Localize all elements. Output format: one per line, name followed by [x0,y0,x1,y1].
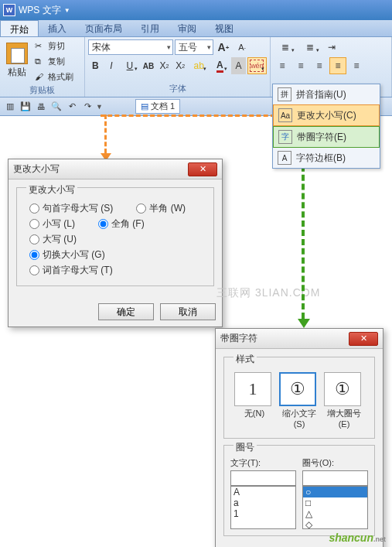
enclosed-icon: 字 [278,130,292,144]
font-name-combo[interactable]: 宋体 [88,39,173,55]
save-button[interactable]: 💾 [19,100,32,114]
justify-button[interactable]: ≡ [329,57,346,74]
ring-input[interactable] [302,470,368,486]
new-button[interactable]: ▥ [3,100,17,114]
fieldset-legend: 更改大小写 [26,183,77,197]
app-menu-dropdown-icon[interactable]: ▼ [64,7,70,14]
menu-change-case[interactable]: Aa 更改大小写(C) [273,104,380,126]
bold-button[interactable]: B [88,57,103,74]
font-size-combo[interactable]: 五号 [175,39,213,55]
menu-char-border[interactable]: A 字符边框(B) [273,148,380,168]
print-button[interactable]: 🖶 [34,100,48,114]
emphasis-button[interactable]: AB [141,57,156,74]
radio-uppercase[interactable]: 大写 (U) [29,233,77,246]
undo-button[interactable]: ↶ [65,100,79,114]
tab-review[interactable]: 审阅 [169,20,206,36]
close-button[interactable]: ✕ [188,162,217,176]
list-item[interactable]: ○ [303,487,367,497]
doc-name: 文档 1 [151,101,175,112]
style-none[interactable]: 1 无(N) [234,372,274,429]
align-left-button[interactable]: ≡ [274,57,291,74]
distribute-button[interactable]: ≡ [348,57,365,74]
ring-label: 圈号(O): [302,457,368,469]
font-group-label: 字体 [88,83,267,95]
grow-font-button[interactable]: A+ [215,39,232,56]
brush-icon: 🖌 [35,72,46,83]
list-item[interactable]: 1 [231,508,295,519]
radio-sentence-case[interactable]: 句首字母大写 (S) [29,202,113,215]
radio-lowercase[interactable]: 小写 (L) [29,217,75,231]
align-center-button[interactable]: ≡ [292,57,309,74]
tab-insert[interactable]: 插入 [39,20,76,36]
cut-icon: ✂ [35,41,46,52]
text-listbox[interactable]: A a 1 [230,486,296,529]
font-color-icon: A [216,60,223,73]
subscript-button[interactable]: X2 [173,57,188,74]
watermark-logo: shancun.net [329,532,386,544]
copy-icon: ⧉ [35,56,46,67]
cancel-button[interactable]: 取消 [160,303,216,320]
dialog-title: 带圈字符 [220,332,257,345]
ring-listbox[interactable]: ○ □ △ ◇ [302,486,368,529]
underline-button[interactable]: U [120,57,139,74]
doc-icon: ▤ [141,101,148,111]
font-group: 宋体 五号 A+ A- B I U AB X2 X2 ab A A wén 字体 [85,37,271,97]
text-label: 文字(T): [230,457,296,469]
copy-button[interactable]: ⧉复制 [32,54,76,69]
close-icon: ✕ [199,164,206,174]
radio-half-width[interactable]: 半角 (W) [136,202,186,215]
highlight-button[interactable]: ab [189,57,209,74]
preview-button[interactable]: 🔍 [49,100,63,114]
menu-enclosed-char[interactable]: 字 带圈字符(E) [273,126,380,148]
bullets-button[interactable]: ≣ [274,39,297,56]
numbering-icon: ≣ [306,42,314,53]
list-item[interactable]: □ [303,497,367,508]
clipboard-label: 剪贴板 [3,84,81,97]
change-case-menu: 拼 拼音指南(U) Aa 更改大小写(C) 字 带圈字符(E) A 字符边框(B… [272,84,380,169]
numbering-button[interactable]: ≣ [298,39,322,56]
tab-layout[interactable]: 页面布局 [76,20,131,36]
tab-home[interactable]: 开始 [0,20,39,36]
indent-icon: ⇥ [328,42,336,53]
char-shading-button[interactable]: A [231,57,246,74]
paste-button[interactable]: 粘贴 [3,39,31,82]
radio-full-width[interactable]: 全角 (F) [98,217,145,231]
close-icon: ✕ [360,333,367,344]
shrink-font-button[interactable]: A- [233,39,251,56]
dialog-title: 更改大小写 [13,162,60,176]
new-icon: ▥ [6,101,14,111]
redo-button[interactable]: ↷ [80,100,94,114]
radio-toggle-case[interactable]: 切换大小写 (G) [29,248,105,262]
style-shrink[interactable]: ① 缩小文字(S) [279,372,319,429]
arrow-green [298,147,308,329]
format-painter-button[interactable]: 🖌格式刷 [32,70,76,84]
arrow-orange [101,115,110,161]
indent-button[interactable]: ⇥ [323,39,340,56]
document-tab[interactable]: ▤ 文档 1 [135,99,180,114]
style-enlarge[interactable]: ① 增大圈号(E) [324,372,364,429]
ring-legend: 圈号 [233,441,257,454]
ok-button[interactable]: 确定 [98,303,154,320]
text-input[interactable] [230,470,296,486]
list-item[interactable]: ◇ [303,519,367,529]
list-item[interactable]: △ [303,508,367,519]
qat-dropdown-icon[interactable]: ▼ [96,103,103,111]
radio-title-case[interactable]: 词首字母大写 (T) [29,264,113,277]
print-icon: 🖶 [37,102,46,111]
close-button[interactable]: ✕ [349,332,378,346]
font-color-button[interactable]: A [210,57,230,74]
list-item[interactable]: a [231,497,295,508]
list-item[interactable]: A [231,487,295,497]
dialog-titlebar[interactable]: 更改大小写 ✕ [9,159,222,179]
tab-view[interactable]: 视图 [206,20,243,36]
italic-button[interactable]: I [104,57,119,74]
superscript-button[interactable]: X2 [157,57,172,74]
align-right-button[interactable]: ≡ [311,57,328,74]
dialog-titlebar[interactable]: 带圈字符 ✕ [216,329,383,349]
phonetic-guide-button[interactable]: wén [247,57,267,74]
menu-label: 拼音指南(U) [296,88,346,101]
phonetic-icon: wén [250,60,264,72]
tab-reference[interactable]: 引用 [131,20,169,36]
cut-button[interactable]: ✂剪切 [32,39,76,53]
menu-pinyin-guide[interactable]: 拼 拼音指南(U) [273,84,380,104]
